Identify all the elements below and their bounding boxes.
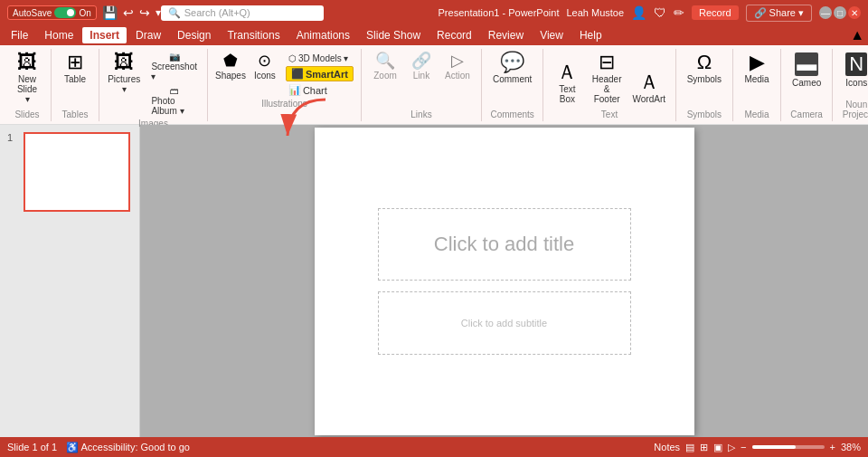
slide-content-area: Click to add title Click to add subtitle — [315, 128, 694, 435]
redo-icon[interactable]: ↪ — [139, 5, 150, 20]
shapes-button[interactable]: ⬟ Shapes — [215, 51, 246, 82]
maximize-button[interactable]: □ — [834, 6, 846, 19]
zoom-slider[interactable] — [752, 445, 825, 449]
zoom-slider-fill — [752, 445, 796, 449]
icons-button[interactable]: ⊙ Icons — [251, 51, 278, 82]
menu-file[interactable]: File — [4, 27, 35, 43]
ribbon-collapse-icon[interactable]: ▲ — [850, 27, 864, 43]
close-button[interactable]: ✕ — [848, 6, 861, 19]
slide-panel: 1 — [0, 125, 140, 437]
app-title: Presentation1 - PowerPoint — [439, 7, 560, 18]
undo-icon[interactable]: ↩ — [123, 5, 134, 20]
notes-button[interactable]: Notes — [654, 442, 680, 452]
smartart-icon: ⬛ — [291, 68, 304, 80]
menu-help[interactable]: Help — [572, 27, 609, 43]
media-button[interactable]: ▶ Media — [741, 51, 773, 86]
view-normal-icon[interactable]: ▤ — [685, 442, 694, 453]
media-icon: ▶ — [750, 52, 765, 72]
menu-view[interactable]: View — [533, 27, 571, 43]
ribbon: 🖼 NewSlide ▾ Slides ⊞ Table Tables 🖼 Pic… — [0, 45, 868, 125]
title-bar-center: 🔍 Search (Alt+Q) — [161, 5, 439, 21]
wordart-button[interactable]: Ａ WordArt — [630, 71, 668, 106]
slide-info: Slide 1 of 1 — [7, 442, 57, 452]
search-bar[interactable]: 🔍 Search (Alt+Q) — [161, 5, 324, 21]
zoom-percent[interactable]: 38% — [841, 442, 861, 452]
pictures-button[interactable]: 🖼 Pictures ▾ — [107, 51, 141, 96]
profile-icon[interactable]: 👤 — [631, 5, 646, 20]
status-right: Notes ▤ ⊞ ▣ ▷ − + 38% — [654, 442, 861, 453]
ribbon-group-slides: 🖼 NewSlide ▾ Slides — [4, 49, 52, 121]
ribbon-group-noun-project: N Icons Noun Project — [833, 49, 868, 121]
zoom-icon: 🔍 — [375, 52, 395, 69]
zoom-out-icon[interactable]: − — [741, 442, 746, 452]
ribbon-group-links: 🔍 Zoom 🔗 Link ▷ Action Links — [362, 49, 482, 121]
camera-group-label: Camera — [790, 109, 823, 119]
view-slide-sorter-icon[interactable]: ⊞ — [700, 442, 708, 453]
symbols-button[interactable]: Ω Symbols — [684, 51, 725, 86]
menu-draw[interactable]: Draw — [128, 27, 168, 43]
textbox-button[interactable]: Ａ TextBox — [551, 61, 583, 106]
autosave-state: On — [79, 8, 90, 18]
menu-insert[interactable]: Insert — [82, 27, 127, 43]
icons-icon: ⊙ — [258, 52, 271, 69]
cameo-icon: ▬ — [795, 52, 818, 76]
slide-title-placeholder[interactable]: Click to add title — [378, 208, 631, 281]
new-slide-button[interactable]: 🖼 NewSlide ▾ — [11, 51, 43, 106]
save-icon[interactable]: 💾 — [102, 5, 118, 20]
search-placeholder: Search (Alt+Q) — [184, 7, 250, 18]
comments-group-label: Comments — [491, 109, 534, 119]
autosave-badge[interactable]: AutoSave On — [7, 5, 97, 20]
slide-thumbnail[interactable] — [24, 132, 130, 212]
photo-album-button[interactable]: 🗃 Photo Album ▾ — [148, 85, 200, 117]
ribbon-group-text: Ａ TextBox ⊟ Header& Footer Ａ WordArt Tex… — [543, 49, 675, 121]
menu-animations[interactable]: Animations — [289, 27, 357, 43]
window-controls: — □ ✕ — [819, 6, 861, 19]
status-left: Slide 1 of 1 ♿ Accessibility: Good to go — [7, 442, 190, 453]
pen-icon[interactable]: ✏ — [674, 5, 684, 20]
menu-design[interactable]: Design — [170, 27, 218, 43]
chart-button[interactable]: 📊 Chart — [286, 83, 354, 97]
action-button[interactable]: ▷ Action — [441, 51, 474, 82]
status-bar: Slide 1 of 1 ♿ Accessibility: Good to go… — [0, 437, 868, 457]
slide-number: 1 — [7, 132, 20, 143]
comment-button[interactable]: 💬 Comment — [489, 51, 535, 86]
illustrations-group-label: Illustrations — [215, 99, 354, 109]
zoom-button[interactable]: 🔍 Zoom — [369, 51, 401, 82]
main-content: 1 Click to add title Click to add subtit… — [0, 125, 868, 437]
title-bar: AutoSave On 💾 ↩ ↪ ▾ 🔍 Search (Alt+Q) Pre… — [0, 0, 868, 25]
record-button[interactable]: Record — [692, 5, 738, 20]
screenshot-button[interactable]: 📷 Screenshot ▾ — [148, 51, 200, 82]
table-button[interactable]: ⊞ Table — [59, 51, 91, 86]
minimize-button[interactable]: — — [819, 6, 832, 19]
slide-subtitle-placeholder[interactable]: Click to add subtitle — [378, 291, 631, 355]
autosave-toggle[interactable] — [54, 7, 76, 18]
tables-group-label: Tables — [62, 109, 89, 119]
zoom-in-icon[interactable]: + — [830, 442, 835, 452]
ribbon-group-images: 🖼 Pictures ▾ 📷 Screenshot ▾ 🗃 Photo Albu… — [99, 49, 208, 121]
menu-record[interactable]: Record — [429, 27, 479, 43]
view-slideshow-icon[interactable]: ▷ — [728, 442, 735, 453]
ribbon-group-camera: ▬ Cameo Camera — [781, 49, 833, 121]
ribbon-group-comments: 💬 Comment Comments — [482, 49, 543, 121]
noun-project-icons-button[interactable]: N Icons — [840, 51, 868, 90]
links-group-label: Links — [410, 109, 431, 119]
smartart-button[interactable]: ⬛ SmartArt — [286, 66, 354, 81]
table-icon: ⊞ — [67, 52, 83, 72]
shapes-icon: ⬟ — [223, 52, 238, 69]
cameo-button[interactable]: ▬ Cameo — [788, 51, 825, 90]
header-footer-icon: ⊟ — [599, 52, 615, 72]
header-footer-button[interactable]: ⊟ Header& Footer — [587, 51, 627, 106]
share-button[interactable]: 🔗 Share ▾ — [746, 5, 812, 22]
link-button[interactable]: 🔗 Link — [405, 51, 438, 82]
media-group-label: Media — [744, 109, 769, 119]
menu-transitions[interactable]: Transitions — [220, 27, 287, 43]
menu-review[interactable]: Review — [481, 27, 531, 43]
action-icon: ▷ — [451, 52, 464, 69]
noun-project-group-label: Noun Project — [840, 100, 868, 119]
models-3d-button[interactable]: ⬡ 3D Models ▾ — [286, 52, 354, 64]
search-icon: 🔍 — [168, 7, 181, 19]
view-reading-icon[interactable]: ▣ — [713, 442, 722, 453]
autosave-label: AutoSave — [13, 8, 52, 18]
menu-slideshow[interactable]: Slide Show — [359, 27, 428, 43]
menu-home[interactable]: Home — [37, 27, 80, 43]
